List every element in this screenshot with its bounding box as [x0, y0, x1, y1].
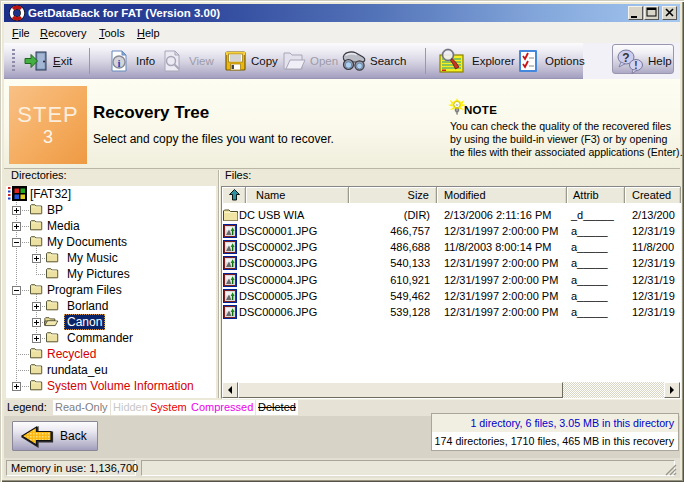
svg-text:i: i: [117, 57, 120, 69]
svg-text:!: !: [634, 60, 637, 71]
svg-text:?: ?: [622, 51, 629, 65]
